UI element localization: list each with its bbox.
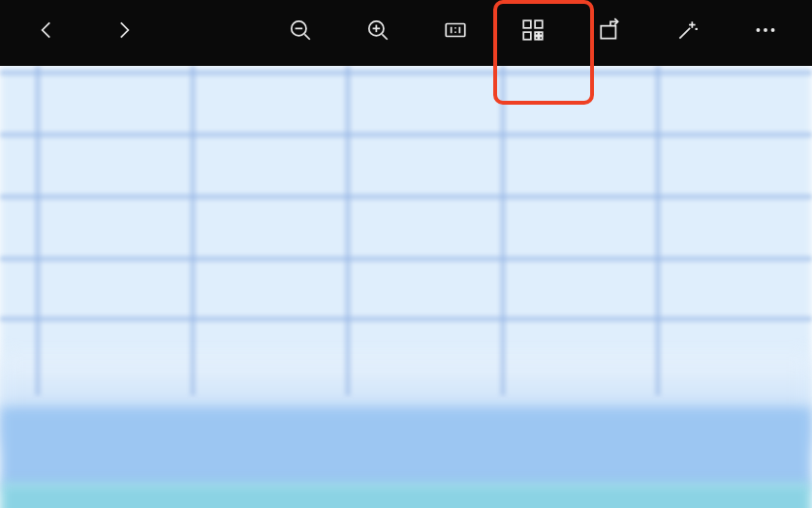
actions-group [275, 14, 812, 50]
arrow-left-icon [34, 17, 59, 47]
svg-line-1 [304, 34, 309, 39]
svg-rect-16 [540, 32, 543, 35]
qr-code-icon [520, 17, 546, 47]
more-options-button[interactable] [740, 14, 791, 50]
svg-rect-14 [523, 32, 531, 40]
svg-rect-17 [535, 37, 538, 40]
more-horizontal-icon [753, 17, 778, 47]
rotate-button[interactable] [585, 14, 636, 50]
svg-line-4 [382, 34, 387, 39]
actual-size-button[interactable] [430, 14, 481, 50]
magic-wand-button[interactable] [663, 14, 713, 50]
arrow-right-icon [111, 17, 137, 47]
toolbar [0, 0, 812, 66]
svg-rect-13 [535, 20, 543, 28]
svg-point-27 [771, 28, 775, 32]
forward-button[interactable] [99, 14, 149, 50]
svg-rect-19 [601, 26, 615, 39]
svg-point-10 [454, 31, 456, 33]
zoom-in-icon [365, 17, 390, 47]
zoom-out-button[interactable] [275, 14, 326, 50]
nav-group [0, 14, 149, 50]
svg-line-20 [679, 28, 690, 39]
zoom-out-icon [288, 17, 313, 47]
wand-icon [675, 17, 701, 47]
rotate-icon [598, 17, 623, 47]
svg-rect-7 [446, 24, 465, 37]
zoom-in-button[interactable] [353, 14, 403, 50]
svg-rect-18 [540, 37, 543, 40]
one-to-one-icon [443, 17, 468, 47]
svg-point-26 [764, 28, 767, 32]
blurred-image-content [0, 66, 812, 508]
svg-point-9 [454, 27, 456, 29]
svg-point-25 [756, 28, 760, 32]
image-viewer-area[interactable] [0, 66, 812, 508]
qr-code-button[interactable] [508, 14, 558, 50]
svg-rect-12 [523, 20, 531, 28]
back-button[interactable] [21, 14, 72, 50]
svg-rect-15 [535, 32, 538, 35]
